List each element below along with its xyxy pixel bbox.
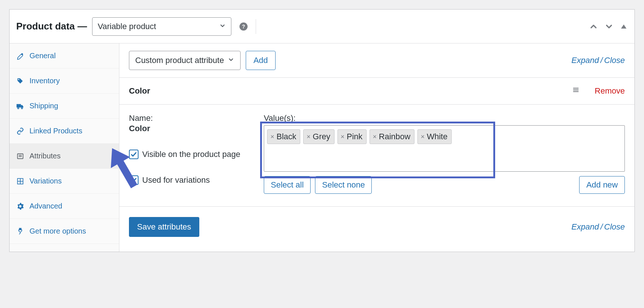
attribute-card: Color Remove Name: Color [119, 77, 634, 207]
values-action-row: Select all Select none Add new [264, 176, 625, 194]
expand-close-toggle-bottom[interactable]: Expand/Close [571, 222, 625, 232]
gear-icon [16, 203, 24, 210]
slash-separator: / [601, 56, 603, 65]
chevron-up-icon[interactable] [589, 22, 598, 31]
sidebar: General Inventory Shipping Linked Produc… [10, 43, 119, 252]
panel-body: General Inventory Shipping Linked Produc… [10, 43, 634, 252]
sidebar-item-get-more-options[interactable]: Get more options [10, 219, 119, 244]
expand-label: Expand [571, 222, 599, 231]
value-tag[interactable]: ×Grey [303, 129, 334, 144]
tag-icon [16, 77, 24, 85]
plug-icon [16, 228, 24, 235]
panel-title: Product data — [16, 21, 87, 32]
visible-label: Visible on the product page [142, 150, 240, 159]
panel-header: Product data — Variable product ? [10, 10, 634, 43]
chevron-down-icon [219, 22, 226, 31]
select-all-button[interactable]: Select all [264, 176, 311, 194]
chevron-down-icon[interactable] [604, 22, 614, 31]
attribute-right-column: Value(s): ×Black×Grey×Pink×Rainbow×White… [264, 113, 625, 194]
sidebar-item-label: Linked Products [29, 127, 82, 135]
sidebar-item-label: Get more options [29, 227, 86, 235]
checkbox-checked-icon [129, 150, 139, 159]
remove-attribute-link[interactable]: Remove [595, 86, 625, 96]
product-type-value: Variable product [98, 22, 156, 31]
svg-point-1 [21, 53, 23, 55]
help-icon[interactable]: ? [239, 22, 248, 31]
sidebar-item-label: General [29, 52, 56, 60]
grid-icon [16, 178, 24, 185]
add-attribute-button[interactable]: Add [246, 51, 276, 70]
attribute-name-label: Name: [129, 113, 256, 123]
expand-close-toggle[interactable]: Expand/Close [571, 56, 625, 65]
content: Custom product attribute Add Expand/Clos… [119, 43, 634, 252]
value-tag-label: Grey [313, 132, 330, 141]
used-for-variations-checkbox-row[interactable]: Used for variations [129, 175, 256, 185]
drag-handle-icon[interactable] [572, 86, 580, 96]
product-type-select[interactable]: Variable product [92, 17, 231, 36]
sidebar-item-variations[interactable]: Variations [10, 169, 119, 194]
attribute-type-value: Custom product attribute [135, 56, 224, 65]
save-attributes-button[interactable]: Save attributes [129, 217, 199, 237]
value-tag-label: Rainbow [379, 132, 410, 141]
remove-tag-icon[interactable]: × [341, 133, 345, 141]
add-new-value-button[interactable]: Add new [579, 176, 625, 194]
list-icon [16, 153, 24, 160]
attribute-card-header[interactable]: Color Remove [119, 78, 634, 105]
separator [256, 19, 256, 34]
value-tag[interactable]: ×Black [267, 129, 300, 144]
chevron-down-icon [228, 56, 234, 65]
sidebar-item-inventory[interactable]: Inventory [10, 69, 119, 94]
select-none-button[interactable]: Select none [315, 176, 372, 194]
attribute-card-body: Name: Color Visible on the product page [119, 105, 634, 207]
sidebar-item-label: Inventory [29, 77, 60, 85]
visible-checkbox-row[interactable]: Visible on the product page [129, 150, 256, 159]
sidebar-item-shipping[interactable]: Shipping [10, 94, 119, 119]
sidebar-item-linked-products[interactable]: Linked Products [10, 119, 119, 144]
attribute-left-column: Name: Color Visible on the product page [129, 113, 256, 194]
close-label: Close [604, 222, 625, 231]
expand-label: Expand [571, 56, 599, 65]
remove-tag-icon[interactable]: × [270, 133, 274, 141]
slash-separator: / [601, 222, 603, 231]
sidebar-item-attributes[interactable]: Attributes [10, 144, 119, 169]
attribute-name-block: Name: Color [129, 113, 256, 133]
checkbox-checked-icon [129, 175, 139, 185]
sidebar-item-advanced[interactable]: Advanced [10, 194, 119, 219]
triangle-up-icon[interactable] [620, 22, 628, 31]
remove-tag-icon[interactable]: × [373, 133, 377, 141]
wrench-icon [16, 52, 24, 60]
remove-tag-icon[interactable]: × [307, 133, 311, 141]
attribute-name-value: Color [129, 124, 256, 133]
value-tag[interactable]: ×Rainbow [370, 129, 414, 144]
remove-tag-icon[interactable]: × [421, 133, 425, 141]
value-tag-label: White [427, 132, 447, 141]
attribute-type-select[interactable]: Custom product attribute [129, 51, 241, 70]
sidebar-item-label: Attributes [29, 152, 60, 160]
used-for-variations-label: Used for variations [142, 175, 210, 185]
svg-point-2 [18, 79, 19, 80]
svg-rect-3 [17, 104, 21, 107]
attribute-toolbar: Custom product attribute Add Expand/Clos… [119, 43, 634, 77]
values-label: Value(s): [264, 113, 625, 123]
svg-point-5 [21, 107, 23, 109]
sidebar-item-label: Variations [29, 177, 62, 185]
panel-header-actions [589, 22, 628, 31]
sidebar-item-label: Shipping [29, 102, 58, 110]
sidebar-item-general[interactable]: General [10, 43, 119, 69]
truck-icon [16, 102, 24, 110]
svg-point-4 [18, 107, 19, 109]
sidebar-item-label: Advanced [29, 202, 62, 210]
product-data-panel: Product data — Variable product ? [9, 9, 635, 252]
close-label: Close [604, 56, 625, 65]
value-tag[interactable]: ×White [417, 129, 452, 144]
link-icon [16, 127, 24, 135]
value-tag-label: Black [277, 132, 297, 141]
value-tag[interactable]: ×Pink [337, 129, 367, 144]
svg-marker-0 [621, 24, 627, 28]
attribute-title: Color [129, 86, 150, 96]
value-tag-label: Pink [347, 132, 363, 141]
save-row: Save attributes Expand/Close [119, 207, 634, 252]
values-tag-input[interactable]: ×Black×Grey×Pink×Rainbow×White [264, 125, 625, 172]
